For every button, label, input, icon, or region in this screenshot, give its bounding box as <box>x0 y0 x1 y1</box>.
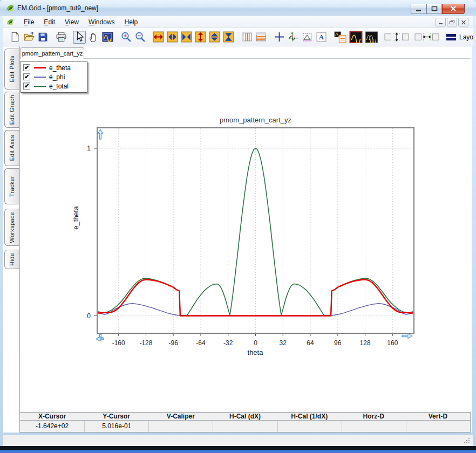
maximize-button[interactable] <box>426 4 442 14</box>
status-col-x-cursor: X-Cursor <box>20 413 84 421</box>
layout-label: Layout <box>459 33 473 41</box>
vertical-sections-icon[interactable] <box>240 31 253 44</box>
side-tab-label: Edit Plots <box>9 56 15 82</box>
side-tab-label: Workspace <box>9 212 15 243</box>
stretch-x-icon[interactable] <box>166 31 179 44</box>
y-tick-label: 1 <box>77 145 91 152</box>
status-value-6 <box>406 421 470 432</box>
child-close-button[interactable] <box>458 18 468 26</box>
y-tick-label: 0 <box>77 312 91 320</box>
cursor-status-table: X-CursorY-CursorV-CaliperH-Cal (dX)H-Cal… <box>19 412 471 433</box>
legend-row-e_total: ✔e_total <box>23 81 85 91</box>
side-tab-label: Edit Axes <box>9 135 15 161</box>
minimize-button[interactable] <box>411 4 426 14</box>
document-tab[interactable]: pmom_pattern_cart_yz <box>21 47 84 59</box>
menu-edit[interactable]: Edit <box>39 17 60 28</box>
plot-area[interactable] <box>93 123 422 341</box>
window-buttons <box>411 4 465 14</box>
status-value-2 <box>148 421 213 432</box>
draw-shape-icon[interactable] <box>301 31 314 44</box>
zoom-out-icon[interactable] <box>133 31 146 44</box>
status-value-0: -1.642e+02 <box>20 421 84 432</box>
shrink-x-icon[interactable] <box>180 31 193 44</box>
legend-checkbox-e_phi[interactable]: ✔ <box>23 73 30 80</box>
y-axis-handle-up <box>98 129 103 139</box>
legend-label: e_theta <box>49 64 71 72</box>
app-window: EM.Grid - [pmom_tut9_new] FileEditViewWi… <box>0 0 476 453</box>
legend-swatch-e_phi <box>34 77 46 78</box>
resize-grip[interactable] <box>463 437 471 444</box>
legend-swatch-e_total <box>34 86 46 87</box>
y-axis-label: e_theta <box>72 196 80 239</box>
toolbar: ALayout <box>3 28 473 46</box>
tab-row-divider <box>84 58 471 59</box>
close-button[interactable] <box>442 4 465 14</box>
save-file-icon[interactable] <box>36 31 49 44</box>
menu-items: FileEditViewWindowsHelp <box>19 17 142 28</box>
fit-horizontal-icon[interactable] <box>414 31 439 44</box>
menu-file[interactable]: File <box>19 17 39 28</box>
app-logo-icon-small <box>6 18 15 26</box>
window-bottom-edge <box>0 446 476 450</box>
expand-y-icon[interactable] <box>194 31 207 44</box>
window-title: EM.Grid - [pmom_tut9_new] <box>17 4 98 12</box>
menu-view[interactable]: View <box>60 17 84 28</box>
status-col-h-cal-dx-: H-Cal (dX) <box>213 413 277 421</box>
legend-row-e_phi: ✔e_phi <box>23 72 85 81</box>
desktop-strip <box>0 450 476 453</box>
tracker-icon[interactable] <box>287 31 300 44</box>
open-file-icon[interactable] <box>22 31 35 44</box>
child-restore-button[interactable] <box>447 18 457 26</box>
autoscale-plot-icon[interactable] <box>101 31 114 44</box>
expand-x-icon[interactable] <box>152 31 165 44</box>
horizontal-sections-icon[interactable] <box>254 31 267 44</box>
legend-row-e_theta: ✔e_theta <box>23 63 85 72</box>
status-col-y-cursor: Y-Cursor <box>84 413 148 421</box>
plot-report-icon[interactable] <box>333 31 348 44</box>
status-value-4 <box>277 421 342 432</box>
status-value-3 <box>213 421 277 432</box>
status-value-5 <box>342 421 406 432</box>
fit-vertical-icon[interactable] <box>384 31 409 44</box>
side-tab-edit-axes[interactable]: Edit Axes <box>4 130 19 166</box>
legend-label: e_phi <box>49 73 65 81</box>
menu-help[interactable]: Help <box>120 17 143 28</box>
child-minimize-button[interactable] <box>436 18 446 26</box>
x-axis-handle-left <box>96 337 104 341</box>
legend-checkbox-e_total[interactable]: ✔ <box>23 83 30 90</box>
svg-text:A: A <box>318 33 324 41</box>
single-plot-icon[interactable] <box>349 31 363 44</box>
status-col-horz-d: Horz-D <box>342 413 406 421</box>
print-icon[interactable] <box>55 31 67 44</box>
x-axis-label: theta <box>234 348 277 356</box>
curve-e_theta <box>98 279 413 315</box>
menu-windows[interactable]: Windows <box>84 17 120 28</box>
layout-button[interactable]: Layout <box>446 32 473 43</box>
new-file-icon[interactable] <box>8 31 21 44</box>
menubar: FileEditViewWindowsHelp <box>3 16 473 28</box>
x-axis-handle-right <box>402 334 412 339</box>
side-tab-tracker[interactable]: Tracker <box>4 168 19 204</box>
legend-box: ✔e_theta✔e_phi✔e_total <box>21 61 87 93</box>
shrink-y-icon[interactable] <box>222 31 235 44</box>
pan-hand-icon[interactable] <box>87 31 100 44</box>
zoom-in-icon[interactable] <box>119 31 132 44</box>
side-tab-workspace[interactable]: Workspace <box>4 209 19 246</box>
text-annotation-icon[interactable]: A <box>315 31 328 44</box>
legend-checkbox-e_theta[interactable]: ✔ <box>23 64 30 71</box>
layout-icon <box>446 32 457 43</box>
side-tab-edit-plots[interactable]: Edit Plots <box>4 49 19 90</box>
status-value-1: 5.016e-01 <box>84 421 148 432</box>
status-col-vert-d: Vert-D <box>406 413 470 421</box>
stretch-y-icon[interactable] <box>208 31 221 44</box>
multi-plot-icon[interactable] <box>364 31 379 44</box>
status-col-h-cal-1-dx-: H-Cal (1/dX) <box>277 413 342 421</box>
select-cursor-icon[interactable] <box>73 31 86 44</box>
side-tab-hide[interactable]: Hide <box>4 250 19 269</box>
legend-swatch-e_theta <box>34 67 46 68</box>
legend-label: e_total <box>49 83 69 90</box>
status-col-v-caliper: V-Caliper <box>148 413 213 421</box>
crosshair-icon[interactable] <box>273 31 285 44</box>
side-tab-edit-graph[interactable]: Edit Graph <box>4 92 19 128</box>
titlebar: EM.Grid - [pmom_tut9_new] <box>0 0 476 16</box>
